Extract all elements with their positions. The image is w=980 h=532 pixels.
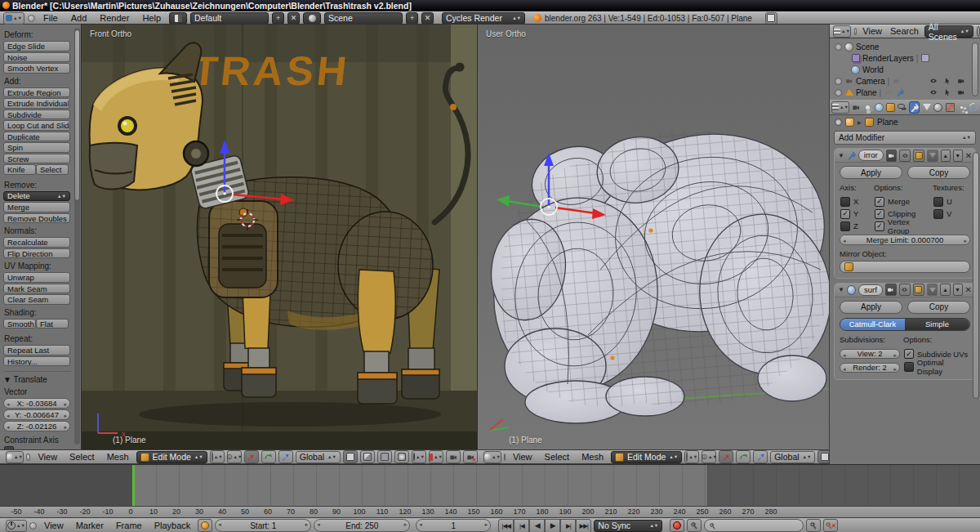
subsurf-name-field[interactable]: surf	[858, 284, 883, 296]
subdivide-button[interactable]: Subdivide	[3, 110, 70, 120]
plane-visibility-eye-icon[interactable]	[929, 88, 938, 96]
add-layout-button[interactable]: +	[272, 12, 284, 25]
editor-type-button-3d[interactable]: ▲▼	[6, 451, 24, 463]
auto-keyframe-button[interactable]	[670, 519, 684, 532]
mirror-move-up-button[interactable]: ▲	[941, 150, 951, 162]
face-select-button[interactable]	[377, 450, 392, 463]
window-switch-icon[interactable]	[765, 12, 777, 25]
delete-scene-button[interactable]: ✕	[421, 12, 434, 25]
duplicate-button[interactable]: Duplicate	[3, 132, 70, 142]
edge-slide-button[interactable]: Edge Slide	[3, 41, 70, 51]
manipulator-translate-button[interactable]	[244, 450, 259, 463]
knife-button[interactable]: Knife	[3, 164, 36, 175]
screen-layout-icon[interactable]	[169, 12, 187, 25]
menu-render[interactable]: Render	[95, 12, 134, 25]
select-button[interactable]: Select	[36, 164, 69, 175]
translate-y-field[interactable]: ◂Y: -0.006647▸	[3, 409, 70, 420]
editor-type-button-outliner[interactable]: ▲▼	[833, 25, 851, 38]
scene-field[interactable]: Scene	[324, 12, 403, 25]
outliner-row-plane[interactable]: Plane |	[833, 87, 977, 98]
tab-world[interactable]	[875, 101, 884, 114]
timeline-marker-menu[interactable]: Marker	[71, 520, 109, 532]
jump-to-end-button[interactable]: ▶▶|	[576, 519, 591, 532]
mirror-z-checkbox[interactable]	[840, 221, 850, 231]
pin-icon[interactable]	[835, 118, 842, 126]
tab-object[interactable]	[886, 101, 896, 114]
manipulator-rotate-button-right[interactable]	[736, 450, 751, 463]
expand-icon[interactable]	[835, 43, 842, 51]
screen-layout-field[interactable]: Default	[190, 12, 269, 25]
repeat-last-button[interactable]: Repeat Last	[3, 345, 70, 355]
jump-to-start-button[interactable]: |◀◀	[498, 519, 514, 532]
view-menu[interactable]: View	[33, 451, 62, 463]
mirror-modifier-header[interactable]: ▼ irror ▲ ▼ ✕	[835, 149, 975, 163]
simple-button[interactable]: Simple	[905, 319, 969, 330]
outliner-row-world[interactable]: World	[833, 64, 977, 75]
outliner-row-camera[interactable]: Camera |	[833, 75, 977, 87]
renderability-camera-icon[interactable]	[957, 77, 965, 85]
flip-direction-button[interactable]: Flip Direction	[3, 248, 70, 259]
selectability-cursor-icon[interactable]	[943, 77, 951, 85]
search-icon[interactable]	[977, 26, 980, 37]
tab-physics[interactable]	[969, 101, 978, 114]
subsurf-delete-button[interactable]: ✕	[965, 285, 972, 294]
proportional-edit-select[interactable]: ▲▼	[412, 450, 426, 463]
history-button[interactable]: History...	[3, 356, 70, 367]
pivot-select-right[interactable]: ⊙▲▼	[702, 450, 716, 463]
catmull-clark-button[interactable]: Catmull-Clark	[840, 319, 905, 330]
unwrap-button[interactable]: Unwrap	[3, 272, 70, 283]
mirror-move-down-button[interactable]: ▼	[953, 150, 963, 162]
plane-renderability-camera-icon[interactable]	[957, 88, 965, 96]
insert-keyframe-button[interactable]	[806, 519, 821, 532]
delete-layout-button[interactable]: ✕	[287, 12, 300, 25]
jump-next-keyframe-button[interactable]: ▶|	[560, 519, 576, 532]
recalculate-button[interactable]: Recalculate	[3, 237, 70, 248]
keying-set-field[interactable]	[704, 519, 804, 532]
extrude-individual-button[interactable]: Extrude Individual	[3, 98, 70, 109]
subsurf-view-field[interactable]: ◂View: 2▸	[840, 349, 900, 360]
outliner-view-menu[interactable]: View	[860, 25, 884, 38]
properties-scrollbar[interactable]	[973, 152, 979, 399]
tab-particles[interactable]	[956, 101, 966, 114]
pivot-select[interactable]: ⊙▲▼	[227, 450, 242, 463]
timeline-ruler[interactable]: -50-40-30-20-100102030405060708090100110…	[0, 506, 980, 518]
play-reverse-button[interactable]: ◀	[529, 519, 545, 532]
mirror-name-field[interactable]: irror	[858, 150, 884, 161]
viewport-front-ortho[interactable]: TRASH	[82, 25, 478, 449]
subsurf-copy-button[interactable]: Copy	[907, 301, 970, 314]
render-opengl-button[interactable]	[446, 450, 461, 463]
translate-x-field[interactable]: ◂X: -0.03684▸	[3, 398, 70, 409]
subsurf-render-toggle[interactable]	[885, 284, 897, 296]
viewport-shading-select[interactable]: ▲▼	[210, 450, 225, 463]
render-engine-select[interactable]: Cycles Render▲▼	[442, 12, 525, 25]
current-frame-field[interactable]: ◂1▸	[416, 519, 491, 532]
mode-select[interactable]: Edit Mode▲▼	[136, 451, 207, 463]
collapse-menus-handle[interactable]	[28, 15, 35, 22]
mirror-object-field[interactable]	[840, 261, 970, 273]
mirror-render-toggle[interactable]	[886, 150, 898, 162]
subsurf-move-down-button[interactable]: ▼	[953, 284, 963, 296]
toolshelf-scrollbar-thumb[interactable]	[74, 29, 80, 201]
mirror-y-checkbox[interactable]	[840, 209, 850, 219]
mirror-visibility-toggle[interactable]	[899, 150, 911, 162]
outliner-row-renderlayers[interactable]: RenderLayers |	[833, 52, 977, 64]
view-menu-right[interactable]: View	[508, 451, 537, 463]
editor-type-button-3d-right[interactable]: ▲▼	[483, 451, 501, 463]
edge-select-button[interactable]	[360, 450, 375, 463]
vertex-select-button[interactable]	[343, 450, 358, 463]
keying-options-button[interactable]	[687, 519, 702, 532]
tab-material[interactable]	[933, 101, 943, 114]
delete-keyframe-button[interactable]: ✕	[823, 519, 838, 532]
subsurf-move-up-button[interactable]: ▲	[940, 284, 950, 296]
extrude-region-button[interactable]: Extrude Region	[3, 87, 70, 98]
clipping-checkbox[interactable]	[875, 209, 884, 219]
plane-expand-icon[interactable]	[835, 89, 842, 96]
tab-constraints[interactable]	[898, 101, 907, 114]
timeline-frame-menu[interactable]: Frame	[111, 520, 147, 532]
subsurf-expand-icon[interactable]: ▼	[838, 286, 844, 293]
mirror-expand-icon[interactable]: ▼	[838, 152, 844, 159]
subsurf-apply-button[interactable]: Apply	[840, 301, 902, 314]
limit-selection-button[interactable]	[394, 450, 409, 463]
mesh-menu-right[interactable]: Mesh	[577, 451, 608, 463]
timeline-track-area[interactable]	[0, 465, 980, 506]
